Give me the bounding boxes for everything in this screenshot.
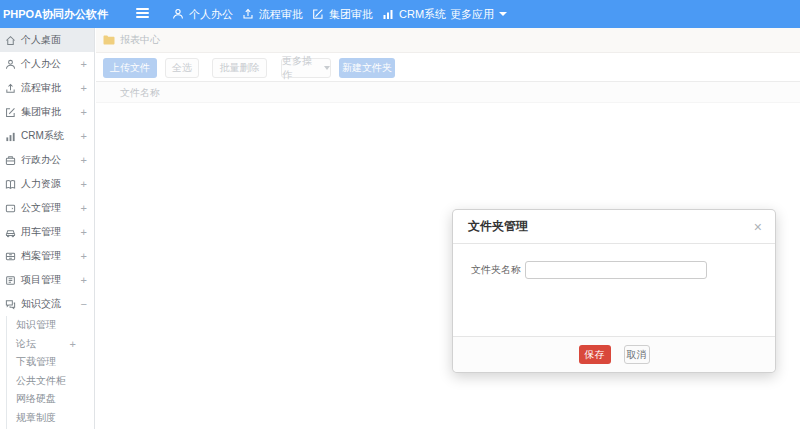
folder-name-label: 文件夹名称 [471, 261, 521, 279]
sidebar-subitem-rules-regulations[interactable]: 规章制度 [0, 409, 94, 428]
cancel-button[interactable]: 取消 [624, 345, 650, 364]
car-icon [5, 227, 16, 238]
sidebar-item-workflow-approval[interactable]: 流程审批 + [0, 76, 94, 100]
expand-icon[interactable]: + [81, 226, 87, 238]
nav-group-approval[interactable]: 集团审批 [312, 0, 373, 28]
sidebar-subitem-network-disk[interactable]: 网络硬盘 [0, 390, 94, 409]
book-icon [5, 179, 16, 190]
sidebar-item-hr[interactable]: 人力资源 + [0, 172, 94, 196]
nav-crm-system[interactable]: CRM系统 [382, 0, 446, 28]
edit-icon [5, 107, 16, 118]
expand-icon[interactable]: + [81, 106, 87, 118]
dialog-title: 文件夹管理 [468, 218, 528, 235]
sidebar-item-knowledge-exchange[interactable]: 知识交流 − [0, 292, 94, 316]
sidebar-subitem-forum[interactable]: 论坛 + [0, 335, 94, 354]
folder-name-input[interactable] [525, 261, 707, 279]
sidebar-subitem-public-file-cabinet[interactable]: 公共文件柜 [0, 372, 94, 391]
app-window: PHPOA协同办公软件 个人办公 流程审批 集团审批 C [0, 0, 800, 429]
caret-down-icon [499, 12, 507, 16]
expand-icon[interactable]: + [70, 338, 76, 350]
flow-icon [242, 8, 254, 20]
nav-personal-office[interactable]: 个人办公 [172, 0, 233, 28]
app-logo: PHPOA协同办公软件 [3, 0, 108, 28]
flow-icon [5, 83, 16, 94]
expand-icon[interactable]: + [81, 58, 87, 70]
sidebar-item-crm[interactable]: CRM系统 + [0, 124, 94, 148]
sidebar-item-desktop[interactable]: 个人桌面 [0, 28, 94, 52]
sidebar-item-personal-office[interactable]: 个人办公 + [0, 52, 94, 76]
new-folder-button[interactable]: 新建文件夹 [339, 58, 395, 78]
folder-management-dialog: 文件夹管理 × 文件夹名称 保存 取消 [452, 209, 776, 373]
chart-icon [382, 8, 394, 20]
project-icon [5, 275, 16, 286]
chat-icon [5, 299, 16, 310]
user-icon [172, 8, 184, 20]
breadcrumb-label[interactable]: 报表中心 [120, 33, 160, 47]
nav-item-label: 集团审批 [329, 7, 373, 22]
nav-workflow-approval[interactable]: 流程审批 [242, 0, 303, 28]
select-all-button[interactable]: 全选 [165, 58, 199, 78]
nav-item-label: 更多应用 [450, 7, 494, 22]
sidebar-item-document-mgmt[interactable]: 公文管理 + [0, 196, 94, 220]
dialog-footer: 保存 取消 [453, 336, 775, 372]
document-folder-icon [5, 203, 16, 214]
collapse-icon[interactable]: − [81, 298, 87, 310]
briefcase-icon [5, 155, 16, 166]
folder-icon [103, 35, 115, 45]
nav-item-label: 流程审批 [259, 7, 303, 22]
caret-down-icon [324, 66, 330, 70]
menu-toggle-icon[interactable] [136, 8, 150, 20]
upload-file-button[interactable]: 上传文件 [103, 58, 157, 78]
breadcrumb: 报表中心 [96, 28, 800, 53]
expand-icon[interactable]: + [81, 178, 87, 190]
nav-item-label: CRM系统 [399, 7, 446, 22]
sidebar-item-project-mgmt[interactable]: 项目管理 + [0, 268, 94, 292]
sidebar-subitem-knowledge-mgmt[interactable]: 知识管理 [0, 316, 94, 335]
chart-icon [5, 131, 16, 142]
expand-icon[interactable]: + [81, 250, 87, 262]
sidebar-item-vehicle-mgmt[interactable]: 用车管理 + [0, 220, 94, 244]
nav-more-apps[interactable]: 更多应用 [450, 0, 507, 28]
sidebar-item-archive-mgmt[interactable]: 档案管理 + [0, 244, 94, 268]
expand-icon[interactable]: + [81, 154, 87, 166]
batch-delete-button[interactable]: 批量删除 [212, 58, 267, 78]
more-actions-button[interactable]: 更多操作 [281, 58, 331, 78]
dialog-header: 文件夹管理 × [453, 210, 775, 244]
top-navbar: PHPOA协同办公软件 个人办公 流程审批 集团审批 C [0, 0, 800, 28]
archive-icon [5, 251, 16, 262]
sidebar: 个人桌面 个人办公 + 流程审批 + 集团审批 + [0, 28, 95, 429]
file-name-column-header: 文件名称 [96, 81, 800, 103]
sidebar-subitem-download-mgmt[interactable]: 下载管理 [0, 353, 94, 372]
expand-icon[interactable]: + [81, 82, 87, 94]
edit-icon [312, 8, 324, 20]
dialog-body: 文件夹名称 [453, 244, 775, 336]
sidebar-item-admin-office[interactable]: 行政办公 + [0, 148, 94, 172]
expand-icon[interactable]: + [81, 130, 87, 142]
user-icon [5, 59, 16, 70]
home-icon [5, 35, 16, 46]
save-button[interactable]: 保存 [579, 345, 611, 364]
sidebar-item-group-approval[interactable]: 集团审批 + [0, 100, 94, 124]
nav-item-label: 个人办公 [189, 7, 233, 22]
expand-icon[interactable]: + [81, 274, 87, 286]
toolbar: 上传文件 全选 批量删除 更多操作 新建文件夹 [96, 53, 800, 81]
expand-icon[interactable]: + [81, 202, 87, 214]
close-icon[interactable]: × [754, 220, 762, 234]
